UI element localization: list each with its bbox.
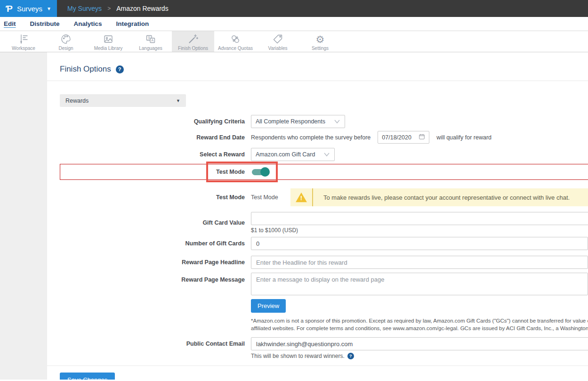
questionpro-logo-icon: Ƥ xyxy=(6,4,13,13)
toolbar-item-media-library[interactable]: Media Library xyxy=(87,31,129,52)
reward-end-date-suffix: will qualify for reward xyxy=(436,134,491,141)
rewards-section-dropdown[interactable]: Rewards ▼ xyxy=(60,94,186,107)
reward-page-message-input[interactable] xyxy=(251,273,588,295)
svg-text:文: 文 xyxy=(147,36,151,40)
media-library-icon xyxy=(103,33,114,45)
chevron-down-icon: ▼ xyxy=(47,6,51,11)
test-mode-status-row: Test Mode Test Mode ! To make rewards li… xyxy=(47,188,588,206)
settings-icon: ⚙ xyxy=(316,33,325,45)
variables-icon xyxy=(272,33,283,45)
select-reward-select[interactable]: Amazon.com Gift Card xyxy=(251,148,335,161)
reward-page-message-row: Reward Page Message xyxy=(47,273,588,295)
test-mode-status-value: Test Mode xyxy=(251,194,290,201)
product-switcher[interactable]: Ƥ Surveys ▼ xyxy=(0,0,57,17)
qualifying-criteria-select[interactable]: All Complete Respondents xyxy=(251,115,345,128)
reward-page-headline-input[interactable] xyxy=(251,256,588,269)
toolbar-label: Variables xyxy=(268,46,288,51)
toolbar-label: Media Library xyxy=(94,46,123,51)
chevron-down-icon xyxy=(323,150,330,159)
reward-end-date-input[interactable]: 07/18/2020 xyxy=(378,131,429,144)
chevron-down-icon: ▼ xyxy=(176,98,180,103)
advance-quotas-icon xyxy=(230,33,241,45)
divider xyxy=(47,81,588,81)
toolbar-label: Finish Options xyxy=(178,46,208,51)
toolbar-label: Workspace xyxy=(12,46,35,51)
divider xyxy=(47,365,588,366)
workspace-icon xyxy=(18,33,29,45)
gift-card-value-input[interactable] xyxy=(251,212,588,225)
breadcrumb-current-survey: Amazon Rewards xyxy=(116,5,169,12)
select-reward-label: Select a Reward xyxy=(47,151,251,158)
finish-options-icon xyxy=(187,33,199,45)
rewards-form: Qualifying Criteria All Complete Respond… xyxy=(47,115,588,380)
number-of-gift-cards-input[interactable] xyxy=(251,237,588,250)
calendar-icon[interactable] xyxy=(419,133,425,142)
breadcrumb-separator: > xyxy=(107,5,111,12)
test-mode-toggle-label: Test Mode xyxy=(47,169,251,175)
public-contact-email-label: Public Contact Email xyxy=(47,340,251,347)
svg-text:!: ! xyxy=(300,195,302,202)
breadcrumb-my-surveys[interactable]: My Surveys xyxy=(67,5,102,12)
public-contact-email-input[interactable] xyxy=(251,337,588,350)
preview-button[interactable]: Preview xyxy=(251,299,286,313)
amazon-disclaimer: *Amazon.com is not a sponsor of this pro… xyxy=(251,317,588,332)
tab-distribute[interactable]: Distribute xyxy=(30,20,60,27)
warning-banner: ! To make rewards live, please contact y… xyxy=(290,188,588,206)
reward-end-date-prefix: Respondents who complete the survey befo… xyxy=(251,134,371,141)
test-mode-toggle[interactable] xyxy=(252,169,269,175)
toolbar-item-design[interactable]: Design xyxy=(45,31,87,52)
toggle-knob xyxy=(260,167,270,177)
gift-card-value-helper: $1 to $1000 (USD) xyxy=(251,227,298,234)
toolbar-item-workspace[interactable]: Workspace xyxy=(2,31,45,52)
gift-card-value-row: Gift Card Value $1 to $1000 (USD) xyxy=(47,212,588,234)
toolbar-item-languages[interactable]: 文A Languages xyxy=(129,31,172,52)
toolbar-label: Languages xyxy=(139,46,162,51)
save-changes-button[interactable]: Save Changes xyxy=(60,373,115,380)
select-reward-value: Amazon.com Gift Card xyxy=(256,151,315,158)
rewards-section-dropdown-value: Rewards xyxy=(65,97,89,104)
tab-analytics[interactable]: Analytics xyxy=(74,20,102,27)
number-of-gift-cards-row: Number of Gift Cards xyxy=(47,237,588,250)
help-icon[interactable]: ? xyxy=(116,65,124,73)
help-icon[interactable]: ? xyxy=(347,353,354,359)
chevron-down-icon xyxy=(334,117,340,126)
languages-icon: 文A xyxy=(145,33,156,45)
toolbar-item-settings[interactable]: ⚙ Settings xyxy=(299,31,341,52)
toolbar-item-variables[interactable]: Variables xyxy=(257,31,299,52)
qualifying-criteria-value: All Complete Respondents xyxy=(256,118,325,125)
top-header: Ƥ Surveys ▼ My Surveys > Amazon Rewards xyxy=(0,0,588,17)
toolbar-item-finish-options[interactable]: Finish Options xyxy=(172,31,214,52)
warning-message: To make rewards live, please contact you… xyxy=(313,188,570,206)
page-title: Finish Options xyxy=(60,65,111,74)
toolbar-label: Design xyxy=(58,46,73,51)
toolbar-item-advance-quotas[interactable]: Advance Quotas xyxy=(214,31,257,52)
qualifying-criteria-row: Qualifying Criteria All Complete Respond… xyxy=(47,115,588,128)
reward-end-date-label: Reward End Date xyxy=(47,134,251,141)
tab-integration[interactable]: Integration xyxy=(116,20,149,27)
app-window: Ƥ Surveys ▼ My Surveys > Amazon Rewards … xyxy=(0,0,588,381)
product-name: Surveys xyxy=(17,5,42,13)
toolbar-label: Settings xyxy=(312,46,329,51)
gift-card-value-label: Gift Card Value xyxy=(47,219,251,226)
number-of-gift-cards-label: Number of Gift Cards xyxy=(47,240,251,247)
edit-toolbar: Workspace Design Media Library 文A Langua… xyxy=(0,31,588,52)
reward-page-headline-row: Reward Page Headline xyxy=(47,256,588,269)
qualifying-criteria-label: Qualifying Criteria xyxy=(47,118,251,125)
public-contact-email-helper: This will be shown to reward winners. xyxy=(251,353,345,359)
disclaimer-row: *Amazon.com is not a sponsor of this pro… xyxy=(47,317,588,332)
svg-text:A: A xyxy=(151,38,153,42)
public-contact-email-row: Public Contact Email This will be shown … xyxy=(47,337,588,359)
breadcrumb: My Surveys > Amazon Rewards xyxy=(57,0,588,17)
reward-end-date-value: 07/18/2020 xyxy=(382,134,411,141)
reward-page-message-label: Reward Page Message xyxy=(47,276,251,283)
tab-edit[interactable]: Edit xyxy=(4,20,16,27)
select-reward-row: Select a Reward Amazon.com Gift Card xyxy=(47,148,588,161)
warning-triangle-icon: ! xyxy=(290,188,312,206)
main-nav-tabs: Edit Distribute Analytics Integration xyxy=(0,17,588,31)
preview-row: Preview xyxy=(47,299,588,313)
test-mode-status-label: Test Mode xyxy=(47,194,251,201)
reward-end-date-row: Reward End Date Respondents who complete… xyxy=(47,131,588,144)
toolbar-label: Advance Quotas xyxy=(218,46,253,51)
reward-page-headline-label: Reward Page Headline xyxy=(47,259,251,266)
test-mode-toggle-row: Test Mode xyxy=(47,162,588,182)
